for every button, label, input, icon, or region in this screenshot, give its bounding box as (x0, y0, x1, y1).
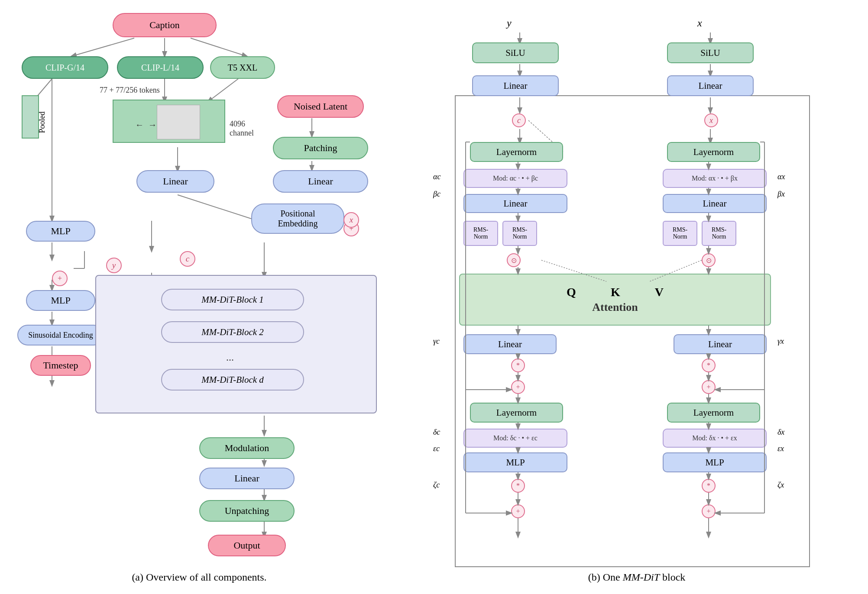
mult-c-top: * (511, 358, 525, 372)
rms4-box: RMS- Norm (702, 221, 736, 246)
caption-label: Caption (149, 19, 180, 31)
unpatching-box: Unpatching (199, 500, 295, 522)
plus-y-node: + (52, 271, 68, 286)
x-node: x (343, 212, 359, 228)
timestep-box: Timestep (30, 355, 91, 376)
pooled-label: Pooled (38, 111, 47, 133)
clipl-box: CLIP-L/14 (117, 56, 204, 79)
mmdit-block2: MM-DiT-Block 2 (161, 321, 304, 343)
mult-x-bot: * (702, 479, 716, 493)
hadamard-x: ⊙ (702, 253, 716, 267)
mod1-box: Mod: αc · • + βc (463, 169, 567, 188)
svg-line-8 (178, 195, 258, 221)
alpha-c-label: αc (433, 172, 440, 181)
mlp2-box: MLP (26, 290, 95, 311)
mlp-c-box: MLP (463, 452, 567, 472)
mlp-x-box: MLP (663, 452, 767, 472)
plus-x-top: + (702, 380, 716, 394)
mlp1-box: MLP (26, 221, 95, 242)
rms2-box: RMS- Norm (502, 221, 537, 246)
pos-embed-box: Positional Embedding (251, 203, 344, 234)
y-label-right: y (507, 17, 512, 29)
svg-line-1 (71, 38, 134, 56)
mmdit-dots: ... (226, 352, 234, 363)
c-node: c (180, 251, 195, 267)
mod3-box: Mod: δc · • + εc (463, 429, 567, 448)
mmdit-container: MM-DiT-Block 1 MM-DiT-Block 2 ... MM-DiT… (95, 275, 377, 413)
hadamard-c: ⊙ (507, 253, 521, 267)
layernorm4-box: Layernorm (667, 403, 760, 423)
qkv-labels: Q K V (567, 285, 664, 299)
mmdit-block1: MM-DiT-Block 1 (161, 289, 304, 310)
v-label: V (655, 285, 664, 299)
linear-x-after-attn: Linear (674, 334, 767, 354)
beta-x-label: βx (777, 190, 785, 199)
linear-bottom-box: Linear (199, 468, 295, 489)
clipg-box: CLIP-G/14 (22, 56, 108, 79)
x-label-right: x (697, 17, 702, 29)
sinusoidal-box: Sinusoidal Encoding (17, 325, 104, 345)
plus-c-bot: + (511, 504, 525, 518)
c-circle-right: c (512, 113, 526, 127)
gamma-x-label: γx (777, 337, 784, 346)
k-label: K (611, 285, 620, 299)
svg-line-6 (208, 79, 238, 102)
linear-left-box: Linear (136, 170, 214, 193)
mmdit-blockd: MM-DiT-Block d (161, 369, 304, 391)
layernorm1-box: Layernorm (470, 142, 563, 162)
mod4-box: Mod: δx · • + εx (663, 429, 767, 448)
gamma-c-label: γc (433, 337, 440, 346)
attention-title: Attention (592, 301, 638, 314)
epsilon-c-label: εc (433, 444, 440, 453)
delta-c-label: δc (433, 428, 440, 437)
zeta-x-label: ζx (777, 481, 784, 490)
mult-c-bot: * (511, 479, 525, 493)
output-box: Output (208, 535, 286, 556)
linear-c-after-attn: Linear (463, 334, 557, 354)
t5-box: T5 XXL (210, 56, 275, 79)
modulation-box: Modulation (199, 437, 295, 459)
linear-x-box: Linear (663, 194, 767, 213)
layernorm2-box: Layernorm (667, 142, 760, 162)
beta-c-label: βc (433, 190, 440, 199)
plus-x-bot: + (702, 504, 716, 518)
patching-box: Patching (273, 137, 368, 159)
x-circle-right: x (704, 113, 718, 127)
channels-label: 4096 channel (230, 110, 254, 138)
caption-box: Caption (113, 13, 217, 37)
alpha-x-label: αx (777, 172, 785, 181)
rms3-box: RMS- Norm (663, 221, 697, 246)
mult-x-top: * (702, 358, 716, 372)
layernorm3-box: Layernorm (470, 403, 563, 423)
epsilon-x-label: εx (777, 444, 784, 453)
silu-right: SiLU (667, 42, 754, 63)
linear-r-left-top: Linear (472, 75, 559, 96)
caption-b: (b) One MM-DiT block (442, 571, 832, 583)
attention-block: Q K V Attention (459, 274, 771, 326)
caption-a: (a) Overview of all components. (52, 571, 347, 583)
noised-latent-box: Noised Latent (277, 95, 364, 118)
y-node: y (106, 258, 122, 273)
mod2-box: Mod: αx · • + βx (663, 169, 767, 188)
linear-c-box: Linear (463, 194, 567, 213)
q-label: Q (567, 285, 576, 299)
zeta-c-label: ζc (433, 481, 440, 490)
rms1-box: RMS- Norm (463, 221, 498, 246)
right-outer-border (455, 95, 810, 567)
linear-r-right-top: Linear (667, 75, 754, 96)
svg-line-2 (191, 38, 247, 56)
plus-c-top: + (511, 380, 525, 394)
tokens-label: 77 + 77/256 tokens (100, 86, 160, 95)
delta-x-label: δx (777, 428, 784, 437)
silu-left: SiLU (472, 42, 559, 63)
linear-patching-box: Linear (273, 170, 368, 193)
